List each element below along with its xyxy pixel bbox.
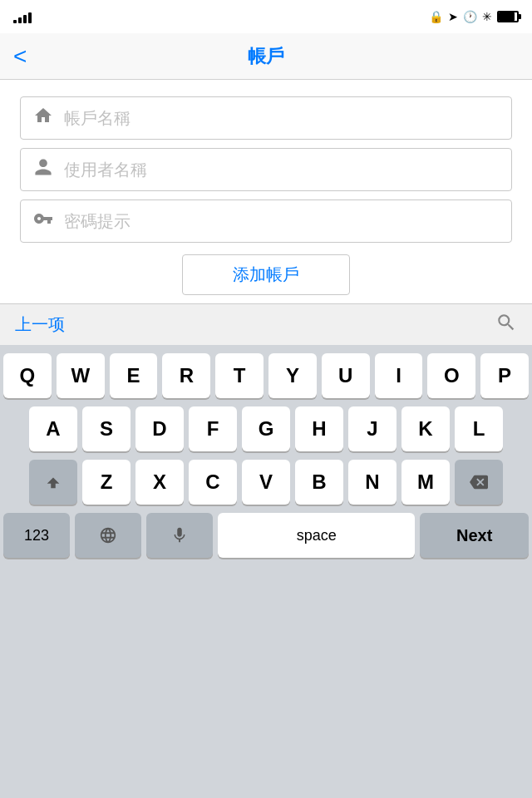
key-M[interactable]: M <box>401 460 450 505</box>
battery-icon <box>497 11 519 22</box>
key-R[interactable]: R <box>162 353 210 398</box>
username-input[interactable] <box>64 160 500 180</box>
key-E[interactable]: E <box>110 353 158 398</box>
key-F[interactable]: F <box>189 406 237 451</box>
page-title: 帳戶 <box>248 44 284 69</box>
key-B[interactable]: B <box>295 460 343 505</box>
key-U[interactable]: U <box>322 353 370 398</box>
add-account-button[interactable]: 添加帳戶 <box>182 254 350 295</box>
key-N[interactable]: N <box>348 460 397 505</box>
home-icon <box>32 106 54 131</box>
person-icon <box>32 157 54 182</box>
keyboard: Q W E R T Y U I O P A S D F G H J K L Z … <box>0 345 532 798</box>
status-bar: 🔒 ➤ 🕐 ✳ <box>0 0 532 33</box>
globe-key[interactable] <box>75 513 141 558</box>
lock-icon: 🔒 <box>429 10 443 23</box>
keyboard-toolbar: 上一项 <box>0 303 532 345</box>
bluetooth-icon: ✳ <box>482 10 492 23</box>
key-Q[interactable]: Q <box>3 353 52 398</box>
key-X[interactable]: X <box>135 460 184 505</box>
password-hint-row <box>20 200 512 243</box>
space-key[interactable]: space <box>218 513 415 558</box>
shift-key[interactable] <box>29 460 77 505</box>
signal-bars <box>13 10 32 23</box>
prev-button[interactable]: 上一项 <box>15 313 65 336</box>
clock-icon: 🕐 <box>463 10 477 23</box>
key-G[interactable]: G <box>242 406 290 451</box>
key-O[interactable]: O <box>427 353 475 398</box>
key-Z[interactable]: Z <box>82 460 131 505</box>
status-left <box>13 10 32 23</box>
keyboard-row-bottom: 123 space Next <box>3 513 529 558</box>
key-I[interactable]: I <box>375 353 423 398</box>
account-name-row <box>20 96 512 140</box>
password-hint-input[interactable] <box>64 212 500 231</box>
key-J[interactable]: J <box>348 406 397 451</box>
account-name-input[interactable] <box>64 109 500 128</box>
key-S[interactable]: S <box>82 406 131 451</box>
form-area: 添加帳戶 <box>0 80 532 303</box>
status-right: 🔒 ➤ 🕐 ✳ <box>429 10 519 23</box>
key-D[interactable]: D <box>135 406 184 451</box>
key-V[interactable]: V <box>242 460 290 505</box>
mic-key[interactable] <box>146 513 213 558</box>
username-row <box>20 148 512 191</box>
nav-bar: < 帳戶 <box>0 33 532 80</box>
key-T[interactable]: T <box>215 353 264 398</box>
add-button-wrap: 添加帳戶 <box>20 254 512 295</box>
numbers-key[interactable]: 123 <box>3 513 70 558</box>
key-P[interactable]: P <box>480 353 529 398</box>
key-A[interactable]: A <box>29 406 77 451</box>
key-W[interactable]: W <box>57 353 105 398</box>
key-K[interactable]: K <box>401 406 450 451</box>
search-icon[interactable] <box>495 312 517 338</box>
back-button[interactable]: < <box>13 45 27 68</box>
key-Y[interactable]: Y <box>268 353 317 398</box>
delete-key[interactable] <box>455 460 503 505</box>
location-icon: ➤ <box>448 10 458 23</box>
key-icon <box>32 209 54 234</box>
key-H[interactable]: H <box>295 406 343 451</box>
keyboard-row-1: Q W E R T Y U I O P <box>3 353 529 398</box>
next-key[interactable]: Next <box>420 513 529 558</box>
key-L[interactable]: L <box>455 406 503 451</box>
keyboard-row-3: Z X C V B N M <box>3 460 529 505</box>
keyboard-row-2: A S D F G H J K L <box>3 406 529 451</box>
key-C[interactable]: C <box>189 460 237 505</box>
